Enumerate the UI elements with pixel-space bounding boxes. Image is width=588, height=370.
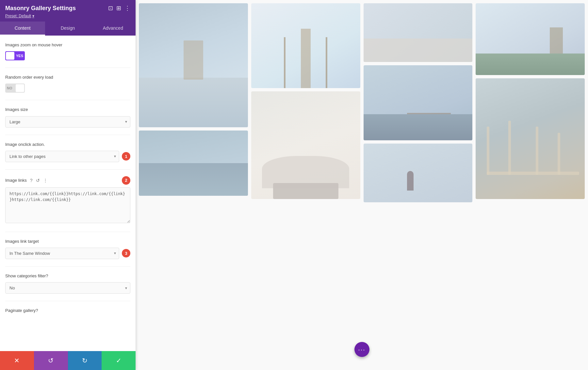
zoom-section: Images zoom on mouse hover YES [5, 42, 130, 60]
settings-panel: Masonry Gallery Settings ⊡ ⊞ ⋮ Preset: D… [0, 0, 136, 370]
zoom-toggle-wrapper: YES [5, 51, 130, 60]
gallery-image[interactable] [251, 91, 360, 199]
save-icon: ✓ [116, 357, 122, 364]
images-size-label: Images size [5, 107, 130, 113]
toggle-label: YES [16, 54, 23, 58]
divider-2 [5, 100, 130, 100]
zoom-toggle[interactable]: YES [5, 51, 25, 60]
random-toggle[interactable]: NO [5, 84, 25, 93]
image-links-textarea[interactable]: https://link.com/{{link}}https://link.co… [5, 187, 130, 223]
divider-7 [5, 301, 130, 301]
divider-3 [5, 135, 130, 135]
images-size-select-wrapper: Large Medium Small Full ▾ [5, 116, 130, 128]
image-links-section: Image links ? ↺ ⋮ 2 https://link.com/{{l… [5, 176, 130, 224]
onclick-badge: 1 [122, 152, 130, 161]
preset-label[interactable]: Preset: Default ▾ [5, 14, 130, 18]
more-icon[interactable]: ⋮ [124, 5, 130, 12]
divider-1 [5, 68, 130, 68]
random-order-label: Random order every load [5, 74, 130, 80]
sidebar-header: Masonry Gallery Settings ⊡ ⊞ ⋮ Preset: D… [0, 0, 136, 22]
header-icons: ⊡ ⊞ ⋮ [108, 5, 130, 12]
divider-6 [5, 266, 130, 267]
tab-design[interactable]: Design [45, 22, 90, 36]
tab-content[interactable]: Content [0, 22, 45, 36]
cancel-button[interactable]: ✕ [0, 351, 34, 370]
onclick-label: Image onclick action. [5, 142, 130, 147]
gallery-col-3 [364, 3, 473, 367]
link-target-badge: 3 [122, 249, 130, 257]
undo-icon[interactable]: ↺ [36, 178, 40, 183]
image-links-label: Image links [5, 178, 27, 183]
link-target-select[interactable]: In The Same Window In A New Window [5, 248, 119, 259]
tab-advanced[interactable]: Advanced [90, 22, 136, 36]
images-size-section: Images size Large Medium Small Full ▾ [5, 107, 130, 127]
undo-icon: ↺ [48, 357, 54, 364]
divider-5 [5, 232, 130, 232]
tabs-bar: Content Design Advanced [0, 22, 136, 36]
link-target-select-wrapper: In The Same Window In A New Window ▾ [5, 248, 119, 259]
undo-button[interactable]: ↺ [34, 351, 68, 370]
cancel-icon: ✕ [14, 357, 20, 364]
masonry-gallery [136, 0, 588, 370]
categories-filter-label: Show categories filter? [5, 273, 130, 279]
fab-button[interactable]: ··· [354, 342, 369, 357]
images-size-select[interactable]: Large Medium Small Full [5, 116, 130, 128]
bottom-toolbar: ✕ ↺ ↻ ✓ [0, 351, 136, 370]
gallery-image[interactable] [139, 131, 248, 196]
image-links-header: Image links ? ↺ ⋮ 2 [5, 176, 130, 185]
gallery-image[interactable] [476, 3, 585, 75]
paginate-section: Paginate gallery? [5, 308, 130, 314]
redo-button[interactable]: ↻ [68, 351, 102, 370]
categories-filter-select[interactable]: No Yes [5, 282, 130, 294]
grid-icon[interactable]: ⊞ [116, 5, 121, 12]
gallery-col-2 [251, 3, 360, 367]
gallery-image[interactable] [251, 3, 360, 88]
random-toggle-wrapper: NO [5, 84, 130, 93]
paginate-label: Paginate gallery? [5, 308, 130, 314]
categories-filter-section: Show categories filter? No Yes ▾ [5, 273, 130, 294]
help-icon[interactable]: ? [30, 178, 33, 183]
link-target-label: Images link target [5, 239, 130, 244]
onclick-select-wrapper: Link to other pages Open in lightbox Non… [5, 151, 119, 162]
gallery-image[interactable] [364, 3, 473, 62]
onclick-section: Image onclick action. Link to other page… [5, 142, 130, 162]
canvas: ··· [136, 0, 588, 370]
gallery-image[interactable] [139, 3, 248, 127]
gallery-col-1 [139, 3, 248, 367]
image-links-badge: 2 [122, 176, 130, 185]
divider-4 [5, 169, 130, 170]
zoom-label: Images zoom on mouse hover [5, 42, 130, 48]
gallery-image[interactable] [476, 78, 585, 199]
more-options-icon[interactable]: ⋮ [43, 178, 48, 183]
categories-filter-select-wrapper: No Yes ▾ [5, 282, 130, 294]
redo-icon: ↻ [82, 357, 88, 364]
save-button[interactable]: ✓ [102, 351, 136, 370]
gallery-image[interactable] [364, 65, 473, 140]
resize-icon[interactable]: ⊡ [108, 5, 113, 12]
panel-title: Masonry Gallery Settings [5, 5, 76, 12]
gallery-col-4 [476, 3, 585, 367]
gallery-image[interactable] [364, 144, 473, 202]
onclick-select[interactable]: Link to other pages Open in lightbox Non… [5, 151, 119, 162]
link-target-section: Images link target In The Same Window In… [5, 239, 130, 259]
settings-content: Images zoom on mouse hover YES Random or… [0, 36, 136, 351]
toggle-label-random: NO [7, 86, 12, 90]
toggle-knob [6, 52, 14, 60]
random-order-section: Random order every load NO [5, 74, 130, 93]
fab-dots-icon: ··· [358, 346, 366, 353]
toggle-knob-random [16, 84, 24, 92]
